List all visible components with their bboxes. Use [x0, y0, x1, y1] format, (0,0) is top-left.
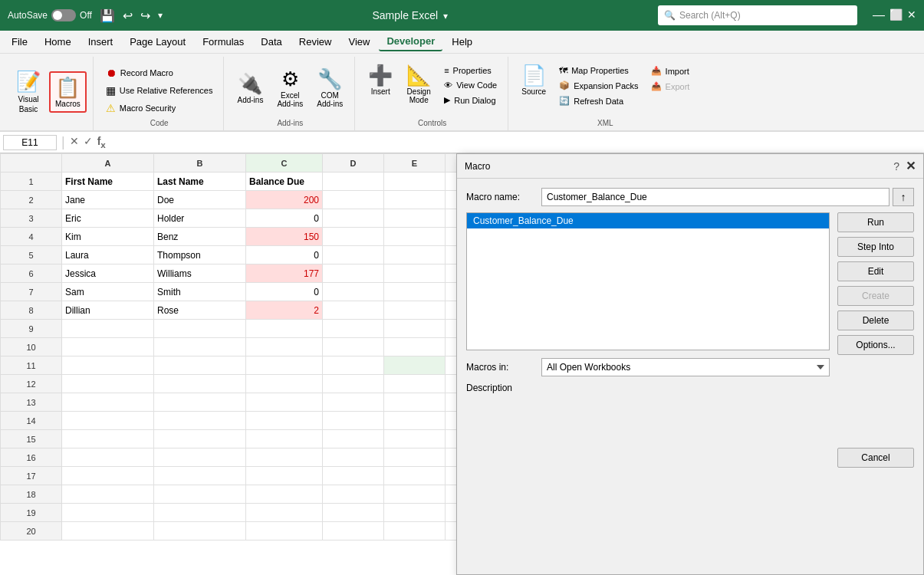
cell-e6[interactable] — [384, 264, 446, 283]
cell-d8[interactable] — [323, 301, 384, 320]
cell-b8[interactable]: Rose — [154, 301, 246, 320]
cancel-button[interactable]: Cancel — [837, 448, 914, 468]
cell-e8[interactable] — [384, 301, 446, 320]
menu-formulas[interactable]: Formulas — [195, 33, 252, 51]
search-bar[interactable]: 🔍 Search (Alt+Q) — [658, 5, 857, 25]
autosave-toggle[interactable] — [51, 9, 76, 21]
excel-addins-button[interactable]: ⚙ ExcelAdd-ins — [271, 64, 308, 112]
cell-b1[interactable]: Last Name — [154, 172, 246, 191]
confirm-formula-icon[interactable]: ✓ — [84, 135, 93, 150]
step-into-button[interactable]: Step Into — [837, 237, 914, 257]
cell-c6[interactable]: 177 — [246, 264, 323, 283]
cell-c3[interactable]: 0 — [246, 209, 323, 228]
macro-list-container[interactable]: Customer_Balance_Due — [466, 212, 830, 350]
menu-help[interactable]: Help — [444, 33, 480, 51]
refresh-data-button[interactable]: 🔄 Refresh Data — [554, 94, 643, 107]
dialog-close-button[interactable]: ✕ — [906, 159, 916, 173]
menu-data[interactable]: Data — [253, 33, 289, 51]
cell-a8[interactable]: Dillian — [62, 301, 154, 320]
cell-a2[interactable]: Jane — [62, 191, 154, 209]
use-relative-button[interactable]: ▦ Use Relative References — [101, 83, 218, 98]
cell-c7[interactable]: 0 — [246, 283, 323, 301]
cancel-formula-icon[interactable]: ✕ — [70, 135, 79, 150]
cell-a5[interactable]: Laura — [62, 246, 154, 264]
com-addins-button[interactable]: 🔧 COMAdd-ins — [311, 64, 348, 112]
cell-d3[interactable] — [323, 209, 384, 228]
cell-a1[interactable]: First Name — [62, 172, 154, 191]
close-icon[interactable]: ✕ — [907, 8, 916, 22]
cell-e3[interactable] — [384, 209, 446, 228]
cell-b3[interactable]: Holder — [154, 209, 246, 228]
cell-d1[interactable] — [323, 172, 384, 191]
delete-button[interactable]: Delete — [837, 310, 914, 330]
col-header-a[interactable]: A — [62, 154, 154, 172]
cell-e5[interactable] — [384, 246, 446, 264]
cell-b2[interactable]: Doe — [154, 191, 246, 209]
source-button[interactable]: 📄 Source — [516, 60, 551, 116]
view-code-button[interactable]: 👁 View Code — [439, 79, 501, 91]
import-button[interactable]: 📥 Import — [646, 64, 695, 77]
cell-c1[interactable]: Balance Due — [246, 172, 323, 191]
cell-c5[interactable]: 0 — [246, 246, 323, 264]
cell-d6[interactable] — [323, 264, 384, 283]
undo-icon[interactable]: ↩ — [123, 8, 133, 23]
menu-developer[interactable]: Developer — [379, 32, 442, 51]
cell-d2[interactable] — [323, 191, 384, 209]
macros-button[interactable]: 📋 Macros — [49, 71, 87, 113]
cell-b4[interactable]: Benz — [154, 228, 246, 246]
quick-access-dropdown[interactable]: ▾ — [158, 10, 163, 21]
create-button[interactable]: Create — [837, 286, 914, 306]
cell-e2[interactable] — [384, 191, 446, 209]
menu-view[interactable]: View — [340, 33, 377, 51]
col-header-b[interactable]: B — [154, 154, 246, 172]
cell-c4[interactable]: 150 — [246, 228, 323, 246]
save-icon[interactable]: 💾 — [100, 8, 115, 23]
macro-list-item[interactable]: Customer_Balance_Due — [467, 213, 829, 228]
design-mode-button[interactable]: 📐 DesignMode — [401, 60, 436, 116]
cell-e4[interactable] — [384, 228, 446, 246]
add-ins-button[interactable]: 🔌 Add-ins — [232, 68, 268, 108]
macros-in-select[interactable]: All Open Workbooks This Workbook — [541, 358, 830, 376]
cell-a4[interactable]: Kim — [62, 228, 154, 246]
title-dropdown[interactable]: ▾ — [443, 11, 448, 21]
cell-e7[interactable] — [384, 283, 446, 301]
export-button[interactable]: 📤 Export — [646, 80, 695, 93]
options-button[interactable]: Options... — [837, 335, 914, 355]
macro-name-browse-button[interactable]: ↑ — [893, 188, 914, 206]
col-header-d[interactable]: D — [323, 154, 384, 172]
cell-b5[interactable]: Thompson — [154, 246, 246, 264]
cell-a9[interactable] — [62, 320, 154, 338]
expansion-packs-button[interactable]: 📦 Expansion Packs — [554, 79, 643, 92]
macro-security-button[interactable]: ⚠ Macro Security — [101, 100, 218, 116]
minimize-icon[interactable]: — — [873, 8, 885, 22]
col-header-e[interactable]: E — [384, 154, 446, 172]
run-button[interactable]: Run — [837, 212, 914, 232]
cell-a3[interactable]: Eric — [62, 209, 154, 228]
properties-button[interactable]: ≡ Properties — [439, 64, 501, 77]
cell-reference-input[interactable] — [3, 135, 57, 150]
cell-b6[interactable]: Williams — [154, 264, 246, 283]
menu-review[interactable]: Review — [291, 33, 340, 51]
redo-icon[interactable]: ↪ — [140, 8, 150, 23]
cell-d5[interactable] — [323, 246, 384, 264]
dialog-help-icon[interactable]: ? — [893, 160, 899, 172]
cell-d7[interactable] — [323, 283, 384, 301]
cell-a7[interactable]: Sam — [62, 283, 154, 301]
maximize-icon[interactable]: ⬜ — [889, 8, 903, 22]
insert-control-button[interactable]: ➕ Insert — [363, 60, 398, 116]
run-dialog-button[interactable]: ▶ Run Dialog — [439, 94, 501, 107]
menu-file[interactable]: File — [4, 33, 35, 51]
cell-e1[interactable] — [384, 172, 446, 191]
formula-input[interactable] — [113, 137, 921, 148]
cell-a6[interactable]: Jessica — [62, 264, 154, 283]
macro-name-input[interactable] — [541, 188, 889, 206]
menu-page-layout[interactable]: Page Layout — [122, 33, 193, 51]
record-macro-button[interactable]: ⏺ Record Macro — [101, 65, 218, 80]
visual-basic-button[interactable]: 📝 VisualBasic — [11, 66, 46, 117]
insert-function-icon[interactable]: fx — [97, 135, 106, 150]
col-header-c[interactable]: C — [246, 154, 323, 172]
menu-insert[interactable]: Insert — [81, 33, 121, 51]
map-properties-button[interactable]: 🗺 Map Properties — [554, 64, 643, 77]
cell-c2[interactable]: 200 — [246, 191, 323, 209]
menu-home[interactable]: Home — [37, 33, 79, 51]
